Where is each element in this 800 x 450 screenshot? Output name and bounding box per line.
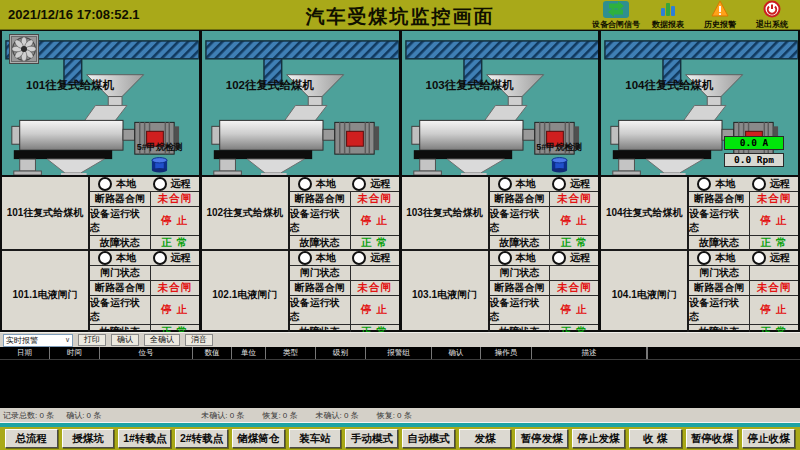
- gate-state-value: [750, 266, 798, 280]
- breaker-value: 未合闸: [750, 281, 798, 295]
- alarm-column-header[interactable]: 确认: [432, 347, 481, 359]
- nav-button[interactable]: 发煤: [459, 429, 512, 448]
- methane-detector: 5#甲烷检测: [536, 141, 582, 175]
- alarm-column-header[interactable]: 数值: [193, 347, 232, 359]
- alarm-toolbar: 实时报警 ∨ 打印确认全确认消音: [0, 332, 800, 347]
- current-readout: 0.0 A: [724, 136, 784, 150]
- alarm-toolbar-button[interactable]: 全确认: [144, 334, 180, 346]
- alarm-column-header[interactable]: 操作员: [481, 347, 532, 359]
- breaker-value: 未合闸: [151, 281, 199, 295]
- fault-state-value: 正 常: [550, 236, 598, 250]
- remote-radio[interactable]: [752, 177, 766, 191]
- nav-button[interactable]: 装车站: [289, 429, 342, 448]
- valve-status-panel: 104.1电液闸门 本地 远程 闸门状态 断路器合闸未合闸 设备运行状态停 止 …: [601, 251, 798, 339]
- alarm-column-header[interactable]: 位号: [100, 347, 193, 359]
- bottom-nav: 总流程授煤坑1#转载点2#转载点储煤筒仓装车站手动模式自动模式发煤暂停发煤停止发…: [0, 427, 800, 450]
- alarm-column-header[interactable]: 单位: [232, 347, 266, 359]
- methane-detector-icon: [550, 156, 569, 173]
- status-column: 104往复式给煤机 本地 远程 断路器合闸未合闸 设备运行状态停 止 故障状态正…: [601, 177, 798, 330]
- motor-readouts: 0.0 A 0.0 Rpm: [724, 136, 784, 167]
- equipment-graphics: 101往复式给煤机 5#甲烷检测 102往复式给煤机 103往复式给煤机 5#甲…: [0, 30, 800, 175]
- remote-radio[interactable]: [352, 177, 366, 191]
- local-radio[interactable]: [298, 251, 312, 265]
- alarm-column-header[interactable]: 类型: [266, 347, 316, 359]
- local-radio[interactable]: [98, 251, 112, 265]
- exit-system-button[interactable]: 退出系统: [746, 0, 798, 30]
- run-state-label: 设备运行状态: [689, 296, 750, 324]
- history-alarm-button[interactable]: 历史报警: [694, 0, 746, 30]
- feeder-status-panel: 103往复式给煤机 本地 远程 断路器合闸未合闸 设备运行状态停 止 故障状态正…: [402, 177, 599, 251]
- breaker-label: 断路器合闸: [689, 281, 750, 295]
- valve-name: 103.1电液闸门: [402, 251, 490, 339]
- remote-radio[interactable]: [752, 251, 766, 265]
- breaker-value: 未合闸: [151, 192, 199, 206]
- local-radio[interactable]: [697, 177, 711, 191]
- run-state-label: 设备运行状态: [90, 296, 151, 324]
- gate-state-label: 闸门状态: [490, 266, 551, 280]
- remote-radio[interactable]: [552, 177, 566, 191]
- alarm-toolbar-button[interactable]: 打印: [78, 334, 106, 346]
- nav-button[interactable]: 自动模式: [402, 429, 455, 448]
- title-bar: 2021/12/16 17:08:52.1 汽车受煤坑监控画面 设备合闸信号: [0, 0, 800, 30]
- feeder-status-panel: 104往复式给煤机 本地 远程 断路器合闸未合闸 设备运行状态停 止 故障状态正…: [601, 177, 798, 251]
- valve-status-panel: 101.1电液闸门 本地 远程 闸门状态 断路器合闸未合闸 设备运行状态停 止 …: [2, 251, 199, 339]
- status-column: 103往复式给煤机 本地 远程 断路器合闸未合闸 设备运行状态停 止 故障状态正…: [402, 177, 599, 330]
- run-state-value: 停 止: [750, 296, 798, 324]
- nav-button[interactable]: 暂停发煤: [515, 429, 568, 448]
- equipment-label: 104往复式给煤机: [625, 78, 713, 93]
- breaker-label: 断路器合闸: [290, 192, 351, 206]
- fault-state-label: 故障状态: [90, 236, 151, 250]
- run-state-value: 停 止: [550, 207, 598, 235]
- run-state-label: 设备运行状态: [290, 207, 351, 235]
- remote-radio[interactable]: [153, 177, 167, 191]
- alarm-table-body[interactable]: [0, 360, 800, 408]
- nav-button[interactable]: 暂停收煤: [686, 429, 739, 448]
- valve-status-panel: 103.1电液闸门 本地 远程 闸门状态 断路器合闸未合闸 设备运行状态停 止 …: [402, 251, 599, 339]
- device-close-signal-button[interactable]: 设备合闸信号: [590, 0, 642, 30]
- nav-button[interactable]: 总流程: [5, 429, 58, 448]
- gate-state-value: [351, 266, 399, 280]
- remote-radio[interactable]: [153, 251, 167, 265]
- remote-radio[interactable]: [552, 251, 566, 265]
- nav-button[interactable]: 储煤筒仓: [232, 429, 285, 448]
- fan-icon: [9, 34, 39, 64]
- nav-button[interactable]: 1#转载点: [118, 429, 171, 448]
- chevron-down-icon: ∨: [65, 336, 70, 344]
- run-state-value: 停 止: [351, 207, 399, 235]
- local-radio[interactable]: [298, 177, 312, 191]
- run-state-label: 设备运行状态: [90, 207, 151, 235]
- run-state-label: 设备运行状态: [490, 207, 551, 235]
- nav-button[interactable]: 收 煤: [629, 429, 682, 448]
- alarm-count: 未确认: 0 条: [201, 410, 244, 421]
- alarm-toolbar-button[interactable]: 消音: [185, 334, 213, 346]
- nav-button[interactable]: 停止发煤: [572, 429, 625, 448]
- data-report-button[interactable]: 数据报表: [642, 0, 694, 30]
- valve-name: 104.1电液闸门: [601, 251, 689, 339]
- feeder-graphic: [202, 31, 399, 175]
- breaker-label: 断路器合闸: [90, 281, 151, 295]
- alarm-column-header[interactable]: 级别: [316, 347, 366, 359]
- equipment-label: 102往复式给煤机: [226, 78, 314, 93]
- equipment-panel-102: 102往复式给煤机: [202, 31, 399, 175]
- local-radio[interactable]: [498, 251, 512, 265]
- alarm-column-header[interactable]: 日期: [0, 347, 50, 359]
- gate-state-label: 闸门状态: [290, 266, 351, 280]
- run-state-label: 设备运行状态: [689, 207, 750, 235]
- local-radio[interactable]: [697, 251, 711, 265]
- nav-button[interactable]: 授煤坑: [62, 429, 115, 448]
- nav-button[interactable]: 停止收煤: [742, 429, 795, 448]
- local-radio[interactable]: [98, 177, 112, 191]
- nav-button[interactable]: 2#转载点: [175, 429, 228, 448]
- alarm-count: 未确认: 0 条: [316, 410, 359, 421]
- local-radio[interactable]: [498, 177, 512, 191]
- nav-button[interactable]: 手动模式: [345, 429, 398, 448]
- status-column: 102往复式给煤机 本地 远程 断路器合闸未合闸 设备运行状态停 止 故障状态正…: [202, 177, 399, 330]
- alarm-filter-select[interactable]: 实时报警 ∨: [3, 334, 73, 347]
- equipment-label: 103往复式给煤机: [426, 78, 514, 93]
- alarm-toolbar-button[interactable]: 确认: [111, 334, 139, 346]
- alarm-column-header[interactable]: 报警组: [366, 347, 432, 359]
- alarm-column-header[interactable]: 描述: [532, 347, 647, 359]
- alarm-count: 恢复: 0 条: [377, 410, 412, 421]
- remote-radio[interactable]: [352, 251, 366, 265]
- alarm-column-header[interactable]: 时间: [50, 347, 100, 359]
